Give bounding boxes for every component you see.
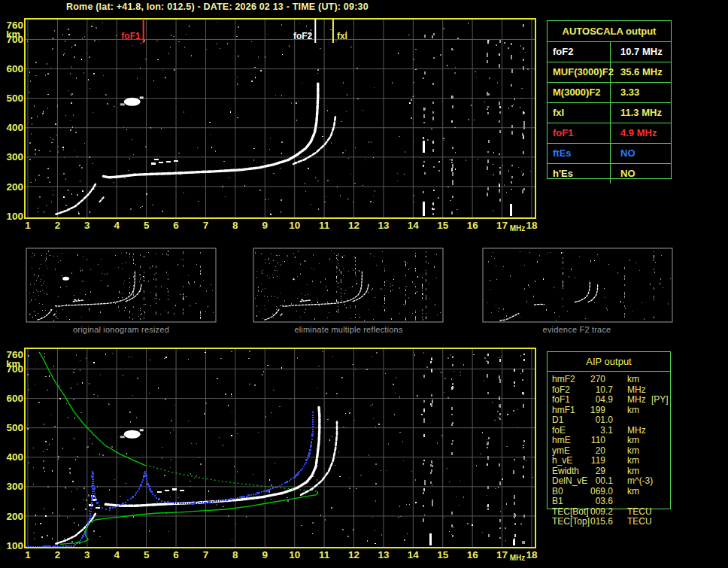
y-tick-600: 600	[6, 393, 23, 404]
aip-row-b0: B0069.0km	[548, 487, 672, 497]
x-tick-13: 13	[378, 549, 390, 560]
y-tick-500: 500	[6, 93, 23, 104]
aip-row-b1: B103.6	[548, 497, 672, 506]
x-tick-17: 17	[496, 549, 508, 560]
autoscala-row-hes: h'EsNO	[548, 163, 671, 184]
top_ionogram-traces	[56, 84, 335, 214]
panel-top_ionogram: foF1foF2fxI760700600500400300200100km123…	[6, 19, 538, 232]
aip-label: h_vE	[552, 456, 572, 466]
autoscala-value: 3.33	[611, 83, 639, 102]
thumbnail-caption-eliminate: eliminate multiple reflections	[253, 325, 444, 335]
aip-output-table: AIP output hmF2270kmfoF210.7MHzfoF104.9M…	[547, 351, 671, 509]
x-tick-7: 7	[203, 549, 209, 560]
thumbnail-evidence-f2-trace-border	[483, 248, 672, 322]
aip-unit: m^(-3)	[627, 476, 653, 486]
x-tick-11: 11	[319, 549, 330, 560]
top_ionogram-grid	[26, 20, 535, 217]
aip-value-int: 119	[575, 456, 605, 466]
x-tick-8: 8	[232, 220, 238, 231]
series-F-trace-extraordinary	[293, 116, 335, 164]
x-tick-17: 17	[496, 220, 508, 231]
thumbnail-eliminate-reflections-border	[253, 248, 443, 322]
x-tick-13: 13	[378, 220, 390, 231]
aip-label: ymE	[552, 446, 570, 456]
autoscala-row-muf3000f2: MUF(3000)F235.6 MHz	[548, 62, 671, 82]
aip-label: foF2	[552, 385, 570, 395]
aip-unit: MHz	[627, 385, 646, 395]
x-tick-11: 11	[319, 220, 330, 231]
series-density-profile-topside-extrapolated	[145, 466, 317, 491]
x-tick-3: 3	[84, 549, 90, 560]
aip-value-frac: .6	[605, 497, 613, 506]
autoscala-row-ftes: ftEsNO	[548, 143, 671, 163]
top_ionogram-border	[25, 19, 535, 218]
x-tick-14: 14	[408, 549, 420, 560]
autoscala-value: 11.3 MHz	[611, 103, 662, 123]
x-tick-4: 4	[114, 549, 120, 560]
aip-unit: km	[627, 487, 639, 497]
aip-value-frac: .1	[605, 426, 613, 436]
x-tick-10: 10	[289, 549, 300, 560]
aip-value-frac: .0	[605, 487, 613, 497]
y-tick-300: 300	[6, 151, 23, 163]
autoscala-label: fxI	[548, 103, 611, 123]
aip-value-int: 00	[575, 476, 605, 486]
x-tick-4: 4	[114, 220, 120, 231]
autoscala-row-fxi: fxI11.3 MHz	[548, 102, 671, 123]
aip-table-header: AIP output	[548, 352, 670, 372]
x-tick-6: 6	[173, 549, 179, 560]
x-tick-1: 1	[25, 549, 31, 560]
bottom_ionogram-traces	[26, 352, 337, 548]
x-tick-14: 14	[408, 220, 420, 231]
autoscala-value: 4.9 MHz	[611, 123, 657, 143]
x-axis-unit: MHz	[510, 224, 526, 232]
series-density-profile-bottomside	[60, 491, 317, 544]
aip-value-int: 110	[575, 436, 605, 445]
x-tick-1: 1	[25, 220, 31, 231]
aip-row-hmf1: hmF1199km	[548, 405, 672, 415]
y-tick-300: 300	[6, 481, 23, 492]
aip-value-frac: .6	[605, 517, 613, 527]
aip-label: D1	[552, 415, 563, 425]
marker-label-fxI: fxI	[337, 31, 347, 41]
x-tick-12: 12	[348, 220, 359, 231]
aip-value-int: 10	[575, 385, 605, 395]
bottom_ionogram-border	[25, 348, 535, 548]
x-tick-2: 2	[55, 549, 61, 560]
x-tick-5: 5	[144, 220, 150, 231]
autoscala-row-m3000f2: M(3000)F23.33	[548, 82, 671, 102]
thumbnail-evidence-f2-trace	[483, 248, 672, 322]
thumbnail-eliminate-reflections	[253, 248, 443, 322]
aip-label: foF1	[552, 395, 570, 405]
aip-label: hmE	[552, 436, 571, 445]
series-second-hop-echo	[124, 430, 141, 439]
x-tick-10: 10	[289, 220, 300, 231]
autoscala-screen: Rome (lat: +41.8, lon: 012.5) - DATE: 20…	[0, 0, 728, 568]
aip-value-frac: .1	[605, 476, 613, 486]
aip-label: B0	[552, 487, 563, 497]
autoscala-value: NO	[611, 164, 635, 184]
x-tick-12: 12	[348, 549, 359, 560]
series-second-hop-echo	[124, 98, 141, 106]
aip-value-int: 069	[575, 487, 605, 497]
aip-row-fof2: foF210.7MHz	[548, 385, 672, 395]
aip-row-delnve: DelN_vE00.1m^(-3)	[548, 476, 672, 486]
thumbnail-caption-original: original ionogram resized	[26, 325, 216, 335]
autoscala-table-rows: foF210.7 MHzMUF(3000)F235.6 MHzM(3000)F2…	[548, 42, 671, 184]
thumbnail-original-ionogram-noise	[29, 251, 214, 321]
aip-value-frac: .0	[605, 415, 613, 425]
autoscala-label: M(3000)F2	[548, 83, 611, 102]
autoscala-value: 10.7 MHz	[611, 42, 663, 62]
autoscala-value: NO	[611, 144, 635, 163]
aip-value-int: 009	[575, 507, 605, 517]
aip-unit: TECU	[627, 517, 652, 527]
aip-unit: km	[627, 375, 639, 384]
y-tick-500: 500	[6, 422, 23, 433]
aip-row-hve: h_vE119km	[548, 456, 672, 466]
aip-value-frac: .2	[605, 507, 613, 517]
y-tick-200: 200	[6, 511, 23, 522]
x-tick-6: 6	[173, 220, 179, 231]
x-tick-18: 18	[526, 549, 538, 560]
autoscala-label: h'Es	[548, 164, 611, 184]
x-tick-8: 8	[232, 549, 238, 560]
